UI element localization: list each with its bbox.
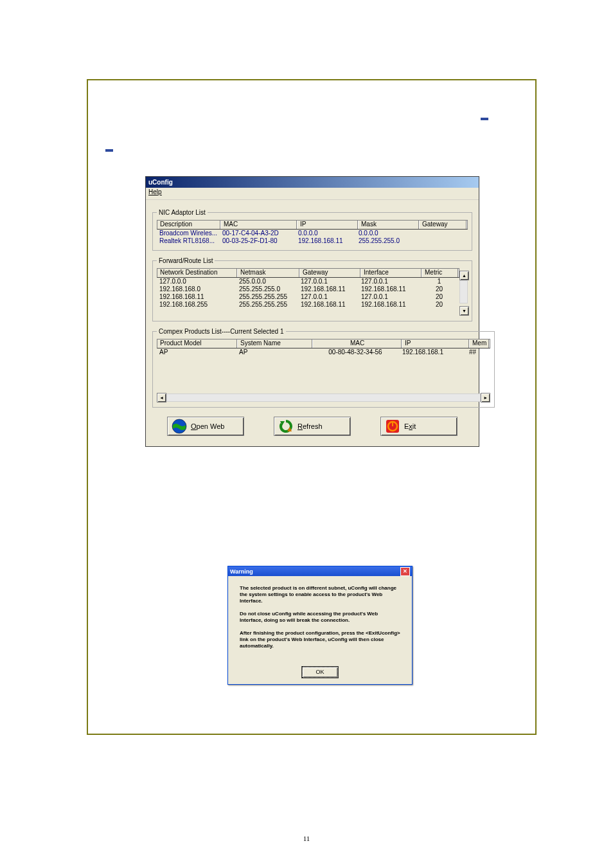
client-area: NIC Adaptor List Description MAC IP Mask… [146, 200, 479, 446]
route-row[interactable]: 192.168.168.255 255.255.255.255 192.168.… [157, 301, 459, 309]
ok-button[interactable]: OK [302, 667, 338, 678]
title-bar[interactable]: uConfig [146, 177, 479, 188]
col-model[interactable]: Product Model [157, 339, 238, 348]
nic-legend: NIC Adaptor List [157, 209, 208, 216]
button-row: Open Web Refresh Exit [152, 417, 472, 436]
menu-bar: Help [146, 188, 479, 200]
nic-header[interactable]: Description MAC IP Mask Gateway [157, 220, 468, 230]
products-hscroll[interactable]: ◄ ► [157, 393, 490, 402]
route-vscroll[interactable]: ▲ ▼ [459, 268, 468, 316]
power-icon [385, 419, 400, 434]
warning-text-3: After finishing the product configuratio… [240, 630, 400, 649]
globe-icon [172, 419, 187, 434]
scroll-down-icon[interactable]: ▼ [459, 306, 469, 316]
product-row[interactable]: AP AP 00-80-48-32-34-56 192.168.168.1 ## [157, 348, 490, 356]
col-ip[interactable]: IP [298, 221, 359, 229]
warning-text-2: Do not close uConfig while accessing the… [240, 611, 400, 624]
col-metric[interactable]: Metric [422, 269, 459, 277]
open-web-label: Open Web [191, 422, 224, 430]
route-row[interactable]: 192.168.168.11 255.255.255.255 127.0.0.1… [157, 293, 459, 301]
col-mac2[interactable]: MAC [313, 339, 402, 348]
col-description[interactable]: Description [157, 221, 221, 229]
col-gateway[interactable]: Gateway [420, 221, 467, 229]
nic-row[interactable]: Broadcom Wireles... 00-17-C4-04-A3-2D 0.… [157, 230, 468, 237]
nic-body: Broadcom Wireles... 00-17-C4-04-A3-2D 0.… [157, 230, 468, 245]
uconfig-window: uConfig Help NIC Adaptor List Descriptio… [145, 176, 479, 447]
window-title: uConfig [148, 179, 173, 186]
nic-group: NIC Adaptor List Description MAC IP Mask… [152, 209, 472, 251]
warning-body: The selected product is on different sub… [228, 576, 412, 662]
warning-title: Warning [230, 568, 253, 575]
scroll-left-icon[interactable]: ◄ [157, 393, 166, 402]
warning-dialog: Warning ✕ The selected product is on dif… [227, 566, 413, 685]
scroll-track[interactable] [459, 280, 468, 303]
refresh-label: Refresh [298, 422, 323, 430]
products-group: Compex Products List----Current Selected… [152, 328, 495, 408]
warning-text-1: The selected product is on different sub… [240, 585, 400, 604]
col-mem[interactable]: Mem [470, 339, 490, 348]
scroll-right-icon[interactable]: ► [481, 393, 490, 402]
col-sysname[interactable]: System Name [238, 339, 313, 348]
warning-button-row: OK [228, 662, 412, 684]
route-body: 127.0.0.0 255.0.0.0 127.0.0.1 127.0.0.1 … [157, 278, 459, 309]
products-body: AP AP 00-80-48-32-34-56 192.168.168.1 ##… [157, 348, 490, 402]
col-netmask[interactable]: Netmask [238, 269, 300, 277]
products-header[interactable]: Product Model System Name MAC IP Mem [157, 339, 490, 348]
scroll-track-h[interactable] [166, 393, 481, 402]
open-web-button[interactable]: Open Web [167, 417, 244, 436]
col-interface[interactable]: Interface [361, 269, 422, 277]
crop-mark-left [105, 149, 113, 152]
menu-help[interactable]: Help [148, 188, 162, 195]
refresh-icon [278, 419, 294, 434]
route-group: Forward/Route List Network Destination N… [152, 257, 472, 321]
route-row[interactable]: 192.168.168.0 255.255.255.0 192.168.168.… [157, 285, 459, 293]
col-mask[interactable]: Mask [359, 221, 420, 229]
exit-label: Exit [404, 422, 416, 430]
col-gateway2[interactable]: Gateway [300, 269, 361, 277]
nic-row[interactable]: Realtek RTL8168... 00-03-25-2F-D1-80 192… [157, 237, 468, 245]
col-ip2[interactable]: IP [402, 339, 470, 348]
route-header[interactable]: Network Destination Netmask Gateway Inte… [157, 268, 459, 278]
col-netdest[interactable]: Network Destination [157, 269, 238, 277]
crop-mark-right [481, 118, 488, 120]
close-icon[interactable]: ✕ [400, 567, 410, 576]
page-number: 11 [0, 835, 613, 842]
scroll-up-icon[interactable]: ▲ [459, 271, 469, 280]
svg-rect-6 [392, 421, 393, 426]
route-row[interactable]: 127.0.0.0 255.0.0.0 127.0.0.1 127.0.0.1 … [157, 278, 459, 285]
exit-button[interactable]: Exit [380, 417, 458, 436]
route-legend: Forward/Route List [157, 257, 215, 264]
col-mac[interactable]: MAC [221, 221, 298, 229]
products-legend: Compex Products List----Current Selected… [157, 328, 286, 335]
warning-titlebar[interactable]: Warning ✕ [228, 566, 412, 576]
refresh-button[interactable]: Refresh [274, 417, 351, 436]
